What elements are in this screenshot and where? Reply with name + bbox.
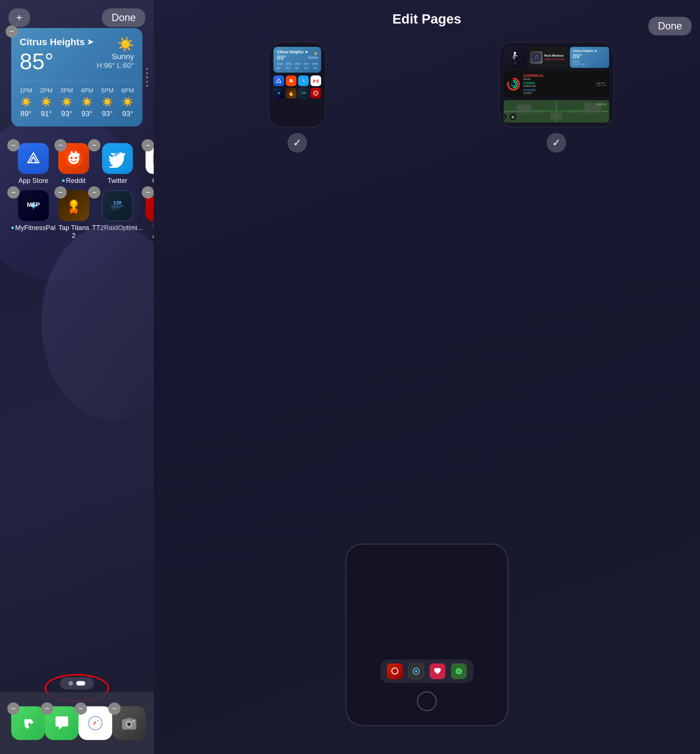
weather-hour-5: 5PM ☀️ 93° <box>101 87 114 118</box>
myfitness-label: MyFitnessPal <box>11 224 56 232</box>
remove-taptitans[interactable] <box>55 186 67 199</box>
svg-text:𝕏: 𝕏 <box>302 78 305 83</box>
remove-messages[interactable] <box>41 702 53 715</box>
page-thumbnail-1[interactable]: Citrus Heights ➤ 89° ☀️ Sunny 1PM 2PM 3 <box>269 42 326 127</box>
remove-appstore[interactable] <box>7 139 20 152</box>
tt2raid-label: TT2RaidOptimi... <box>92 224 143 232</box>
activity-rings <box>506 77 520 91</box>
svg-rect-63 <box>551 113 562 120</box>
dock-item-safari[interactable] <box>78 706 112 740</box>
svg-rect-16 <box>111 206 124 206</box>
page-wrapper-1: Citrus Heights ➤ 89° ☀️ Sunny 1PM 2PM 3 <box>176 42 419 153</box>
thumb-reddit <box>286 75 297 86</box>
phone-dock-icon-3 <box>430 663 445 679</box>
thumb-twitter: 𝕏 <box>298 75 309 86</box>
svg-point-45 <box>316 92 317 93</box>
remove-reddit[interactable] <box>55 139 67 152</box>
page2-content: 🎵 🎵 Rock Workout <box>500 43 613 127</box>
svg-point-8 <box>75 151 77 153</box>
thumb-rating: ★★★★☆ 5 min • 4 mi <box>596 82 606 86</box>
weather-high-low: H:96° L:60° <box>97 61 134 70</box>
weather-hour-2: 2PM ☀️ 91° <box>40 87 53 118</box>
weather-hour-4: 4PM ☀️ 93° <box>81 87 94 118</box>
svg-text:𝕏: 𝕏 <box>113 152 122 164</box>
svg-text:🎵: 🎵 <box>534 55 539 60</box>
svg-point-48 <box>514 52 516 54</box>
remove-phone[interactable] <box>7 702 20 715</box>
page-wrapper-2: 🎵 🎵 Rock Workout <box>435 42 678 153</box>
app-item-tt2raid[interactable]: SIM TT2RaidOptimi... <box>92 190 143 239</box>
app-item-twitter[interactable]: 𝕏 Twitter <box>92 143 143 185</box>
weather-remove-button[interactable] <box>6 25 18 38</box>
app-item-twilio[interactable]: Twilio Authy <box>145 190 154 239</box>
app-item-taptitans[interactable]: Tap Titans 2 <box>58 190 89 239</box>
app-item-appstore[interactable]: App Store <box>11 143 56 185</box>
remove-gmail[interactable] <box>142 139 154 152</box>
app-item-myfitness[interactable]: ✦ MFP MyFitnessPal <box>11 190 56 239</box>
appstore-icon <box>18 143 49 174</box>
svg-point-4 <box>75 157 77 159</box>
dock-item-phone[interactable] <box>11 706 45 740</box>
tt2raid-icon: SIM <box>102 190 133 221</box>
dock <box>0 692 154 754</box>
scroll-dot-2 <box>146 72 148 74</box>
thumb-top-row: 🎵 🎵 Rock Workout <box>504 47 609 68</box>
scroll-dots <box>146 68 148 87</box>
thumb-weather2: Citrus Heights ➤ 89° Sunny H:96° L:60° <box>570 47 609 68</box>
taptitans-label: Tap Titans 2 <box>58 224 89 239</box>
svg-point-34 <box>128 723 130 725</box>
thumb-taptitans2: 🔥 <box>286 88 297 99</box>
remove-twilio[interactable] <box>142 186 154 199</box>
svg-rect-10 <box>151 149 154 168</box>
remove-myfitness[interactable] <box>7 186 20 199</box>
weather-hourly-forecast: 1PM ☀️ 89° 2PM ☀️ 91° 3PM ☀️ 93° 4PM ☀️ … <box>20 81 134 118</box>
scroll-dot-1 <box>146 68 148 70</box>
music-sub: Apple Music Rock <box>544 58 564 61</box>
page-thumbnail-2[interactable]: 🎵 🎵 Rock Workout <box>499 42 614 127</box>
svg-point-7 <box>70 151 73 153</box>
page-check-1[interactable]: ✓ <box>288 133 307 153</box>
myfitness-icon: ✦ MFP <box>18 190 49 221</box>
reddit-label: Reddit <box>62 177 85 185</box>
thumb-gmail <box>311 75 321 86</box>
svg-text:SIM: SIM <box>113 200 122 206</box>
twilio-label: Twilio Authy <box>145 224 154 239</box>
thumb-weather-temp: 89° <box>277 54 308 61</box>
scroll-dot-5 <box>146 85 148 87</box>
loomis-label: Loomis <box>597 102 606 106</box>
phone-home-button[interactable] <box>417 691 437 711</box>
thumb-activity-stats: 110/500CAL MOVE 0/30MIN EXERCISE 4/12HRS… <box>523 74 544 94</box>
pages-container: Citrus Heights ➤ 89° ☀️ Sunny 1PM 2PM 3 <box>176 42 678 153</box>
page-check-2[interactable]: ✓ <box>547 133 566 153</box>
thumb-music-art: 🎵 <box>530 51 543 64</box>
add-button[interactable]: + <box>8 8 30 27</box>
remove-camera[interactable] <box>108 702 120 715</box>
thumb-appstore <box>273 75 284 86</box>
phone-frame <box>345 544 508 726</box>
dock-item-camera[interactable] <box>112 706 146 740</box>
thumb-apps-row2: ✦ 🔥 SIM <box>273 88 321 99</box>
svg-point-72 <box>457 669 461 673</box>
appstore-label: App Store <box>19 177 48 185</box>
app-item-reddit[interactable]: Reddit <box>58 143 89 185</box>
svg-rect-17 <box>111 207 121 208</box>
svg-point-40 <box>292 80 292 81</box>
twitter-label: Twitter <box>108 177 127 185</box>
edit-pages-title: Edit Pages <box>392 11 461 27</box>
phone-dock-preview <box>380 660 473 683</box>
svg-rect-35 <box>132 720 134 722</box>
remove-tt2raid[interactable] <box>88 186 100 199</box>
svg-text:⊕: ⊕ <box>511 115 515 119</box>
done-button-right[interactable]: Done <box>648 17 692 35</box>
myfitness-dot <box>11 226 14 229</box>
left-homescreen-panel: + Done Citrus Heights 85° ☀️ Sunny H:96°… <box>0 0 154 754</box>
remove-safari[interactable] <box>75 702 87 715</box>
remove-twitter[interactable] <box>88 139 100 152</box>
done-button-left[interactable]: Done <box>102 8 145 27</box>
svg-point-39 <box>290 80 291 81</box>
dock-item-messages[interactable] <box>45 706 78 740</box>
app-item-gmail[interactable]: Gmail <box>145 143 154 185</box>
thumb-myfitness2: ✦ <box>273 88 284 99</box>
weather-widget[interactable]: Citrus Heights 85° ☀️ Sunny H:96° L:60° … <box>11 28 142 127</box>
top-bar: + Done <box>0 8 154 27</box>
